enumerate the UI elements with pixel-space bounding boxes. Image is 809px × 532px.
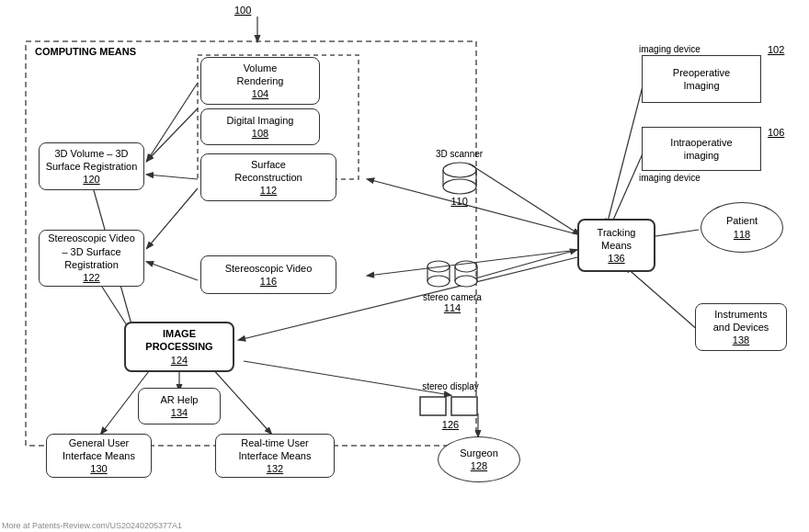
image-processing-ref: 124 — [171, 354, 188, 367]
watermark: More at Patents-Review.com/US20240205377… — [2, 521, 182, 530]
instruments-box: Instrumentsand Devices 138 — [695, 303, 787, 351]
surgeon-box: Surgeon 128 — [438, 436, 520, 482]
imaging-device-top-label: imaging device — [639, 44, 701, 54]
svg-point-7 — [427, 276, 450, 287]
image-processing-label: IMAGEPROCESSING — [145, 327, 212, 354]
stereo-3d-surface-ref: 122 — [83, 271, 99, 284]
instruments-ref: 138 — [733, 334, 749, 346]
computing-means-label: COMPUTING MEANS — [35, 46, 136, 57]
surface-reconstruction-ref: 112 — [260, 184, 277, 197]
realtime-ui-ref: 132 — [267, 462, 283, 475]
arrow-digimg-3dvol — [147, 108, 198, 161]
svg-rect-12 — [420, 397, 446, 415]
surgeon-ref: 128 — [471, 459, 487, 472]
arrow-camera-tracking — [469, 250, 576, 280]
intraoperative-imaging-label: Intraoperativeimaging — [670, 136, 732, 163]
stereo-display-label: stereo display 126 — [418, 381, 483, 430]
ref-100: 100 — [234, 5, 251, 16]
svg-point-11 — [455, 276, 477, 287]
general-ui-ref: 130 — [90, 462, 107, 475]
arrow-instruments-tracking — [625, 266, 699, 331]
ar-help-box: AR Help 134 — [138, 388, 221, 424]
svg-point-0 — [443, 163, 476, 177]
surgeon-label: Surgeon — [460, 447, 498, 459]
stereo-camera-ref: 114 — [444, 302, 461, 313]
surface-reconstruction-label: SurfaceReconstruction — [234, 158, 302, 185]
realtime-ui-label: Real-time UserInterface Means — [239, 436, 312, 463]
patient-ref: 118 — [734, 228, 750, 241]
arrow-surfrec-stereo3d — [147, 188, 198, 248]
instruments-label: Instrumentsand Devices — [713, 308, 769, 334]
surface-reconstruction-box: SurfaceReconstruction 112 — [200, 153, 336, 201]
imaging-device-bottom-label: imaging device — [639, 173, 701, 183]
stereoscopic-video-ref: 116 — [260, 275, 277, 288]
patient-box: Patient 118 — [701, 202, 783, 253]
vol-3d-surface-ref: 120 — [83, 173, 99, 186]
stereo-3d-surface-box: Stereoscopic Video– 3D SurfaceRegistrati… — [39, 230, 144, 287]
arrow-stereovid-stereo3d — [147, 262, 198, 280]
diagram-container: 100 COMPUTING MEANS VolumeRendering 104 … — [0, 0, 809, 532]
digital-imaging-box: Digital Imaging 108 — [200, 108, 320, 145]
stereoscopic-video-label: Stereoscopic Video — [225, 262, 313, 275]
intraoperative-imaging-box: Intraoperativeimaging — [642, 127, 761, 171]
svg-point-3 — [443, 179, 476, 194]
realtime-ui-box: Real-time UserInterface Means 132 — [215, 434, 335, 478]
volume-rendering-box: VolumeRendering 104 — [200, 57, 320, 105]
tracking-means-ref: 136 — [608, 252, 624, 265]
preoperative-imaging-label: PreoperativeImaging — [673, 66, 730, 93]
tracking-means-box: TrackingMeans 136 — [577, 219, 655, 272]
general-ui-box: General UserInterface Means 130 — [46, 434, 152, 478]
vol-3d-surface-box: 3D Volume – 3DSurface Registration 120 — [39, 142, 144, 190]
ar-help-ref: 134 — [171, 406, 188, 419]
svg-point-4 — [427, 261, 450, 272]
arrow-preop-tracking — [607, 83, 644, 225]
stereo-display-ref: 126 — [442, 419, 459, 430]
vol-3d-surface-label: 3D Volume – 3DSurface Registration — [46, 147, 138, 174]
digital-imaging-ref: 108 — [252, 127, 268, 140]
stereoscopic-video-box: Stereoscopic Video 116 — [200, 255, 336, 294]
general-ui-label: General UserInterface Means — [63, 436, 135, 463]
digital-imaging-label: Digital Imaging — [227, 114, 294, 127]
svg-rect-13 — [451, 397, 477, 415]
ref-106: 106 — [768, 127, 784, 138]
arrow-scanner-tracking — [469, 164, 579, 234]
volume-rendering-label: VolumeRendering — [237, 62, 284, 88]
ref-102: 102 — [768, 44, 784, 55]
stereo-camera-label: stereo camera 114 — [423, 257, 482, 313]
scanner-3d-label: 3D scanner 110 — [436, 149, 483, 207]
scanner-ref: 110 — [450, 196, 467, 207]
tracking-means-label: TrackingMeans — [598, 226, 636, 253]
arrow-surfrec-3dvol — [147, 175, 198, 179]
preoperative-imaging-box: PreoperativeImaging — [642, 55, 761, 103]
image-processing-box: IMAGEPROCESSING 124 — [124, 322, 234, 372]
ar-help-label: AR Help — [161, 393, 199, 406]
stereo-3d-surface-label: Stereoscopic Video– 3D SurfaceRegistrati… — [48, 232, 135, 271]
arrow-volrender-3dvol — [147, 83, 198, 161]
svg-point-8 — [455, 261, 477, 272]
volume-rendering-ref: 104 — [252, 87, 268, 100]
patient-label: Patient — [726, 214, 758, 227]
